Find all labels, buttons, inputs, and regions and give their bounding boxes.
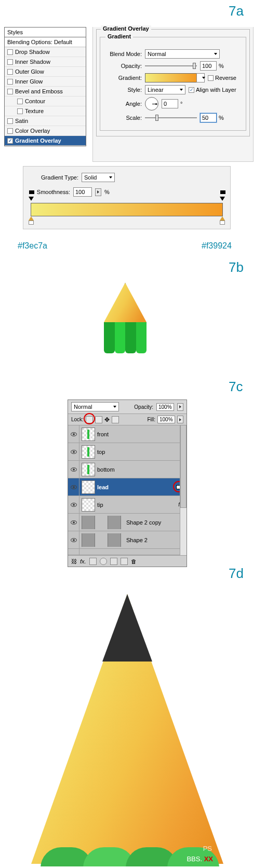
angle-input[interactable]: 0 (162, 99, 178, 108)
pencil-lead-icon (102, 594, 152, 662)
reverse-checkbox[interactable]: Reverse (208, 75, 236, 81)
gradient-bar[interactable] (31, 203, 223, 216)
layers-panel: Normal Opacity: 100% Lock: ✥ Fill: 100% … (68, 399, 187, 567)
style-select[interactable]: Linear (145, 85, 185, 94)
layer-blend-select[interactable]: Normal (71, 402, 119, 411)
blend-mode-label: Blend Mode: (104, 51, 142, 57)
layer-bottom[interactable]: bottom (68, 461, 187, 478)
gradient-type-label: Gradient Type: (31, 174, 78, 181)
stepper-btn[interactable] (177, 416, 183, 423)
blending-options-row[interactable]: Blending Options: Default (5, 37, 86, 47)
layer-name: Shape 2 (126, 537, 148, 543)
layer-name: bottom (97, 466, 115, 473)
pct-sign: % (219, 115, 224, 121)
style-outer-glow[interactable]: Outer Glow (5, 67, 86, 77)
visibility-toggle[interactable] (68, 443, 79, 460)
layer-partial[interactable] (68, 549, 187, 555)
color-stop-right[interactable] (220, 216, 225, 223)
opacity-stop-left[interactable] (29, 197, 34, 203)
lock-all-icon[interactable] (112, 416, 119, 423)
checkbox-icon[interactable] (17, 108, 23, 114)
blend-mode-select[interactable]: Normal (145, 49, 220, 59)
pencil-body-icon (104, 322, 147, 353)
chevron-down-icon (214, 53, 217, 55)
gradient-swatch[interactable] (145, 73, 197, 82)
eye-icon (71, 538, 77, 542)
group-title: Gradient Overlay (101, 25, 151, 32)
lock-move-icon[interactable]: ✥ (104, 416, 110, 423)
stepper-btn[interactable] (177, 403, 183, 411)
layer-shape2copy[interactable]: Shape 2 copy (68, 514, 187, 531)
visibility-toggle[interactable] (68, 549, 79, 555)
smoothness-input[interactable]: 100 (73, 187, 92, 197)
scrollbar[interactable] (180, 425, 187, 555)
visibility-toggle[interactable] (68, 514, 79, 531)
style-satin[interactable]: Satin (5, 116, 86, 126)
layer-opacity-input[interactable]: 100% (156, 403, 174, 411)
align-checkbox[interactable]: Align with Layer (189, 87, 236, 93)
stepper-btn[interactable] (95, 188, 101, 196)
layer-tip[interactable]: tip fx ▸ (68, 496, 187, 514)
checkbox-icon[interactable] (7, 79, 13, 85)
select-value: Linear (148, 87, 164, 93)
gradient-picker-btn[interactable] (196, 73, 205, 82)
layer-name: Shape 2 copy (126, 519, 161, 526)
chevron-down-icon (202, 77, 205, 79)
layer-thumb (82, 516, 95, 529)
gradient-label: Gradient: (104, 75, 142, 81)
color-stop-left[interactable] (29, 216, 34, 223)
layer-lead[interactable]: lead (68, 478, 187, 496)
style-contour[interactable]: Contour (5, 97, 86, 106)
checkbox-icon[interactable] (7, 69, 13, 75)
style-color-overlay[interactable]: Color Overlay (5, 126, 86, 136)
checkbox-icon[interactable] (7, 59, 13, 65)
trash-button[interactable]: 🗑 (131, 558, 137, 564)
layer-shape2[interactable]: Shape 2 (68, 531, 187, 549)
adjustment-button[interactable] (100, 558, 107, 565)
gradient-type-select[interactable]: Solid (82, 173, 115, 182)
style-inner-glow[interactable]: Inner Glow (5, 77, 86, 87)
checkbox-icon[interactable] (7, 89, 13, 94)
visibility-toggle[interactable] (68, 478, 79, 495)
layer-front[interactable]: front (68, 425, 187, 443)
layer-name: front (97, 431, 109, 437)
checkbox-icon[interactable] (17, 99, 23, 104)
visibility-toggle[interactable] (68, 425, 79, 443)
style-inner-shadow[interactable]: Inner Shadow (5, 57, 86, 67)
scale-input[interactable]: 50 (200, 113, 217, 122)
visibility-toggle[interactable] (68, 461, 79, 478)
opacity-slider[interactable] (145, 63, 197, 69)
lock-paint-icon[interactable] (95, 416, 102, 423)
checkbox-icon[interactable] (7, 118, 13, 124)
opacity-input[interactable]: 100 (200, 61, 217, 71)
checkbox-icon[interactable] (7, 138, 13, 144)
visibility-toggle[interactable] (68, 531, 79, 548)
style-bevel-emboss[interactable]: Bevel and Emboss (5, 87, 86, 97)
pencil-preview-large: PS BBS. XX (31, 594, 223, 864)
layer-mask-thumb (108, 533, 121, 547)
fill-input[interactable]: 100% (157, 416, 175, 423)
link-layers-icon[interactable]: ⛓ (71, 558, 77, 564)
new-layer-button[interactable] (121, 558, 128, 565)
checkbox-icon[interactable] (7, 128, 13, 134)
scale-slider[interactable] (145, 115, 197, 121)
checkbox-icon (208, 75, 214, 81)
fx-button[interactable]: fx. (80, 558, 86, 564)
opacity-stop-right[interactable] (220, 197, 225, 203)
scale-label: Scale: (104, 115, 142, 121)
angle-dial[interactable] (145, 97, 158, 111)
visibility-toggle[interactable] (68, 496, 79, 513)
layer-name: top (97, 449, 105, 455)
layer-list: front top bottom lead (68, 425, 187, 555)
checkbox-icon (189, 87, 194, 93)
highlight-circle (84, 413, 95, 424)
style-gradient-overlay[interactable]: Gradient Overlay (5, 136, 86, 146)
checkbox-icon[interactable] (7, 49, 13, 55)
layer-top[interactable]: top (68, 443, 187, 461)
style-drop-shadow[interactable]: Drop Shadow (5, 47, 86, 57)
group-button[interactable] (110, 558, 117, 565)
mask-button[interactable] (89, 558, 97, 565)
layer-thumb (82, 428, 95, 441)
style-texture[interactable]: Texture (5, 106, 86, 116)
watermark-bbs: BBS. XX (187, 855, 213, 863)
